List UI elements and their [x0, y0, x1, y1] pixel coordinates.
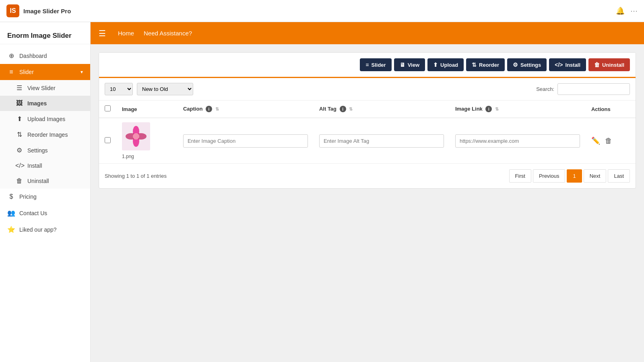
row-actions-cell: ✏️ 🗑 — [586, 118, 636, 163]
pagination-buttons: First Previous 1 Next Last — [509, 169, 630, 183]
contact-icon: 👥 — [7, 209, 15, 217]
sidebar-item-dashboard[interactable]: ⊕ Dashboard — [0, 47, 90, 64]
main-layout: Enorm Image Slider ⊕ Dashboard ≡ Slider … — [0, 22, 644, 362]
notification-icon[interactable]: 🔔 — [616, 6, 625, 15]
sidebar-label-pricing: Pricing — [19, 193, 37, 200]
delete-icon[interactable]: 🗑 — [605, 137, 612, 145]
page-content: ≡ Slider 🖥 View ⬆ Upload ⇅ Reorder — [91, 44, 644, 362]
image-thumb-svg — [124, 124, 148, 148]
uninstall-button[interactable]: 🗑 Uninstall — [588, 58, 630, 71]
page-1-button[interactable]: 1 — [567, 169, 582, 183]
toolbar: ≡ Slider 🖥 View ⬆ Upload ⇅ Reorder — [99, 53, 636, 78]
more-menu-icon[interactable]: ⋯ — [630, 6, 638, 15]
reorder-images-icon: ⇅ — [15, 131, 23, 138]
per-page-select[interactable]: 10 25 50 100 — [105, 83, 133, 95]
sidebar-item-settings[interactable]: ⚙ Settings — [0, 142, 90, 158]
sidebar-label-uninstall: Uninstall — [27, 178, 49, 184]
sidebar-label-settings: Settings — [27, 147, 48, 154]
reorder-button[interactable]: ⇅ Reorder — [466, 58, 505, 71]
caption-input[interactable] — [183, 134, 308, 148]
search-input[interactable] — [557, 83, 630, 95]
image-link-input[interactable] — [455, 134, 580, 148]
sidebar-item-contact[interactable]: 👥 Contact Us — [0, 205, 90, 221]
sidebar-item-view-slider[interactable]: ☰ View Slider — [0, 80, 90, 96]
sidebar-label-install: Install — [27, 162, 42, 169]
upload-button-label: Upload — [440, 62, 458, 68]
app-logo: IS Image Slider Pro — [6, 4, 71, 17]
image-thumbnail — [122, 122, 150, 150]
main-header: ☰ Home Need Assistance? — [91, 22, 644, 44]
sidebar-label-contact: Contact Us — [19, 210, 47, 216]
svg-point-4 — [133, 133, 139, 140]
header-nav: Home Need Assistance? — [118, 30, 192, 37]
image-link-sort-icon[interactable]: ⇅ — [495, 107, 499, 111]
install-button-label: Install — [566, 62, 581, 68]
install-button-icon: </> — [555, 62, 563, 68]
next-page-button[interactable]: Next — [584, 169, 607, 183]
view-button-label: View — [408, 62, 419, 68]
sort-select[interactable]: New to Old Old to New — [137, 83, 193, 95]
sidebar-item-liked[interactable]: ⭐ Liked our app? — [0, 221, 90, 238]
images-table-wrap: Image Caption i ⇅ Alt Tag i ⇅ — [99, 101, 636, 163]
sidebar-item-images[interactable]: 🖼 Images — [0, 96, 90, 111]
sidebar-item-slider[interactable]: ≡ Slider ▾ — [0, 64, 90, 80]
slider-submenu: ☰ View Slider 🖼 Images ⬆ Upload Images ⇅… — [0, 80, 90, 189]
sidebar-label-upload-images: Upload Images — [27, 116, 65, 122]
row-caption-cell — [178, 118, 314, 163]
sidebar-label-liked: Liked our app? — [19, 226, 57, 233]
header-nav-assistance[interactable]: Need Assistance? — [144, 30, 192, 37]
table-header-row: Image Caption i ⇅ Alt Tag i ⇅ — [99, 101, 636, 118]
uninstall-button-label: Uninstall — [602, 62, 624, 68]
sidebar-label-images: Images — [27, 100, 47, 107]
header-image-link: Image Link i ⇅ — [450, 101, 586, 118]
image-filename: 1.png — [122, 154, 134, 159]
view-button[interactable]: 🖥 View — [394, 58, 425, 71]
top-bar-actions: 🔔 ⋯ — [616, 6, 638, 15]
row-alt-cell — [314, 118, 450, 163]
install-icon: </> — [15, 162, 23, 169]
reorder-button-label: Reorder — [479, 62, 499, 68]
edit-icon[interactable]: ✏️ — [591, 136, 600, 145]
search-label: Search: — [536, 86, 554, 92]
alt-tag-input[interactable] — [319, 134, 444, 148]
logo-icon: IS — [6, 4, 19, 17]
view-slider-icon: ☰ — [15, 84, 23, 92]
hamburger-icon[interactable]: ☰ — [99, 29, 106, 38]
previous-page-button[interactable]: Previous — [533, 169, 566, 183]
caption-info-icon: i — [206, 106, 212, 112]
row-link-cell — [450, 118, 586, 163]
row-checkbox[interactable] — [105, 137, 111, 143]
sidebar-label-reorder-images: Reorder Images — [27, 132, 68, 138]
caption-sort-icon[interactable]: ⇅ — [215, 107, 219, 111]
header-checkbox-cell — [99, 101, 116, 118]
last-page-button[interactable]: Last — [608, 169, 630, 183]
pagination-info: Showing 1 to 1 of 1 entries — [105, 173, 167, 179]
image-thumb-wrap: 1.png — [122, 122, 172, 159]
sidebar-item-install[interactable]: </> Install — [0, 158, 90, 173]
settings-button[interactable]: ⚙ Settings — [507, 58, 547, 71]
alt-tag-sort-icon[interactable]: ⇅ — [349, 107, 353, 111]
row-image-cell: 1.png — [116, 118, 178, 163]
image-link-info-icon: i — [485, 106, 492, 112]
alt-tag-info-icon: i — [340, 106, 346, 112]
sidebar-item-reorder-images[interactable]: ⇅ Reorder Images — [0, 127, 90, 142]
pricing-icon: $ — [7, 193, 15, 200]
sidebar-item-upload-images[interactable]: ⬆ Upload Images — [0, 111, 90, 127]
top-bar: IS Image Slider Pro 🔔 ⋯ — [0, 0, 644, 22]
upload-button[interactable]: ⬆ Upload — [427, 58, 464, 71]
install-button[interactable]: </> Install — [549, 58, 586, 71]
first-page-button[interactable]: First — [509, 169, 531, 183]
sidebar-nav: ⊕ Dashboard ≡ Slider ▾ ☰ View Slider 🖼 I… — [0, 44, 90, 241]
sidebar-item-uninstall[interactable]: 🗑 Uninstall — [0, 173, 90, 189]
header-caption: Caption i ⇅ — [178, 101, 314, 118]
sidebar-item-pricing[interactable]: $ Pricing — [0, 189, 90, 205]
header-alt-tag: Alt Tag i ⇅ — [314, 101, 450, 118]
select-all-checkbox[interactable] — [105, 105, 111, 111]
header-image: Image — [116, 101, 178, 118]
images-table: Image Caption i ⇅ Alt Tag i ⇅ — [99, 101, 636, 163]
uninstall-icon: 🗑 — [15, 177, 23, 185]
filters-row: 10 25 50 100 New to Old Old to New Searc… — [99, 78, 636, 101]
header-nav-home[interactable]: Home — [118, 30, 134, 37]
app-title: Image Slider Pro — [23, 8, 71, 14]
slider-button[interactable]: ≡ Slider — [360, 58, 391, 71]
